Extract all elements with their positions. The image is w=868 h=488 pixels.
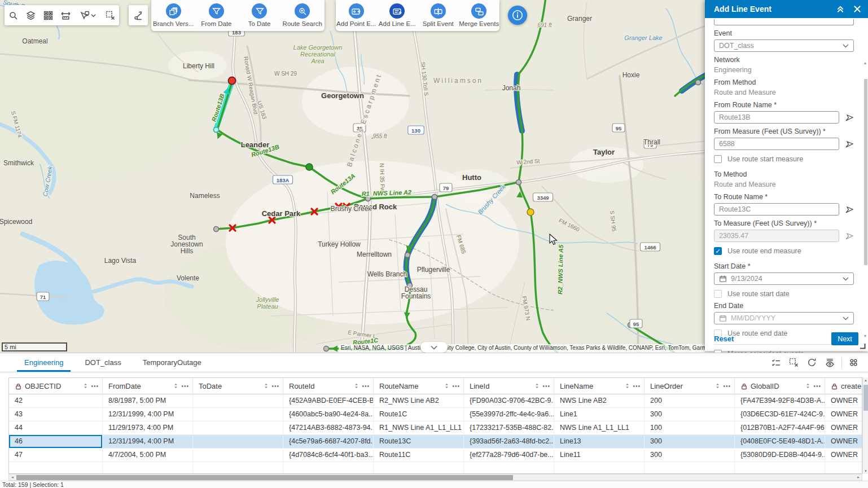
column-header-linename[interactable]: LineName••• [554,378,645,394]
column-menu-icon[interactable]: ••• [633,383,641,389]
table-cell[interactable]: Line11 [554,449,645,462]
collapse-panel-icon[interactable] [836,5,844,13]
measure-button[interactable] [57,5,74,25]
table-cell[interactable]: OWNER [825,421,862,435]
basemap-button[interactable] [40,5,57,25]
column-header-routename[interactable]: RouteName••• [374,378,464,394]
collapse-attribution-button[interactable] [420,342,448,353]
tab-engineering[interactable]: Engineering [17,353,71,372]
tab-temporaryoutage[interactable]: TemporaryOutage [135,353,209,372]
table-cell[interactable]: {452A9ABD-E0EF-4CEB-B... [283,394,374,408]
table-cell[interactable]: R1_NWS Line A1_L1_LL1 [374,421,464,435]
to-route-name-input[interactable] [714,203,839,216]
table-cell[interactable] [825,462,862,474]
column-menu-icon[interactable]: ••• [723,383,731,389]
table-cell[interactable]: Line13 [554,435,645,449]
pick-on-map-icon[interactable] [845,113,854,122]
table-cell[interactable] [283,462,374,474]
table-cell[interactable]: R2_NWS Line AB2 [374,394,464,408]
table-cell[interactable]: {4600abc5-ba90-4e24-8a... [283,408,374,421]
scrollbar-thumb[interactable] [863,385,868,411]
clear-selection-button[interactable] [102,5,119,25]
pick-on-map-icon[interactable] [845,205,854,214]
table-cell[interactable]: {ef277a28-79d6-40d7-be... [464,449,554,462]
scroll-up-arrow[interactable]: ▲ [863,61,867,65]
column-menu-icon[interactable]: ••• [542,383,550,389]
table-cell[interactable]: 11/29/1973, 4:00 PM [103,421,193,435]
end-date-picker[interactable]: MM/DD/YYYY [714,312,854,324]
search-button[interactable] [5,5,22,25]
add-line-event-button[interactable]: Add Line E... [377,3,418,27]
sort-icon[interactable] [82,383,89,389]
trace-tool-button[interactable] [129,5,148,25]
use-route-start-measure-checkbox[interactable]: Use route start measure [714,155,853,163]
table-cell[interactable]: {FD90A03C-9706-42BC-9... [464,394,554,408]
sort-icon[interactable] [714,383,721,389]
table-cell[interactable]: 46 [9,435,103,449]
reset-link[interactable]: Reset [714,335,734,343]
use-route-start-date-checkbox[interactable]: Use route start date [714,290,853,298]
table-cell[interactable]: OWNER [825,435,862,449]
use-route-end-measure-checkbox[interactable]: ✓ Use route end measure [714,247,853,255]
event-select[interactable]: DOT_class [714,39,854,52]
to-measure-input[interactable] [714,230,839,242]
table-cell[interactable]: NWS Line A1_L1_LL1 [554,421,645,435]
clear-selection-button[interactable] [786,355,801,370]
table-cell[interactable]: {012B70B1-A2F7-4A4F-96... [735,421,825,435]
start-date-picker[interactable]: 9/13/2024 [714,272,854,285]
column-header-create[interactable]: create••• [825,378,862,394]
branch-version-button[interactable]: Branch Vers... [152,3,194,27]
table-cell[interactable]: NWS Line AB2 [554,394,645,408]
column-menu-icon[interactable]: ••• [181,383,189,389]
column-header-fromdate[interactable]: FromDate••• [103,378,193,394]
table-cell[interactable]: 47 [9,449,103,462]
table-cell[interactable]: {393ad56f-2a63-48fd-bc2... [464,435,554,449]
sort-icon[interactable] [173,383,179,389]
table-cell[interactable]: OWNER [825,449,862,462]
column-menu-icon[interactable]: ••• [452,383,460,389]
table-cell[interactable]: {03D6EC3D-61E7-424C-9... [735,408,825,421]
scroll-down-arrow[interactable]: ▼ [863,469,868,473]
table-cell[interactable] [193,408,283,421]
column-menu-icon[interactable]: ••• [271,383,279,389]
table-cell[interactable]: OWNER [825,408,862,421]
table-cell[interactable] [645,462,735,474]
sort-icon[interactable] [624,383,630,389]
table-cell[interactable] [193,462,283,474]
close-panel-icon[interactable] [853,5,861,13]
filter-funnel-button[interactable]: To Date [239,3,280,27]
table-cell[interactable]: 300 [645,449,735,462]
sort-icon[interactable] [805,383,811,389]
table-cell[interactable]: Route13C [374,435,464,449]
column-header-routeid[interactable]: RouteId••• [283,378,374,394]
select-button[interactable] [74,5,102,25]
scroll-down-arrow[interactable]: ▼ [863,334,867,338]
table-cell[interactable]: 43 [9,408,103,421]
scroll-right-arrow[interactable]: ► [855,474,862,480]
panel-scrollbar-thumb[interactable] [864,79,867,265]
table-cell[interactable] [464,462,554,474]
table-cell[interactable]: {4c5e79a6-6687-4207-8fd... [283,435,374,449]
table-cell[interactable]: Route1C [374,408,464,421]
table-cell[interactable]: 12/31/1994, 4:00 PM [103,435,193,449]
table-cell[interactable]: 300 [645,435,735,449]
panel-resize-handle[interactable] [860,343,866,349]
table-vertical-scrollbar[interactable]: ▲ ▼ [862,377,868,474]
table-cell[interactable] [193,394,283,408]
table-cell[interactable]: {55e3997d-2ffc-4e4c-9a6... [464,408,554,421]
table-cell[interactable] [9,462,103,474]
sort-icon[interactable] [353,383,360,389]
table-cell[interactable]: 42 [9,394,103,408]
table-cell[interactable]: {53080D9D-ED8B-4044-9... [735,449,825,462]
table-horizontal-scrollbar[interactable]: ◄ ► [8,474,862,481]
column-menu-icon[interactable]: ••• [91,383,99,389]
table-cell[interactable]: OWNER [825,394,862,408]
filter-funnel-button[interactable]: From Date [195,3,237,27]
toggle-fields-button[interactable] [822,355,838,370]
column-menu-icon[interactable]: ••• [362,383,370,389]
split-event-button[interactable]: Split Event [418,3,459,27]
pick-on-map-icon[interactable] [845,231,854,240]
next-button[interactable]: Next [831,332,858,345]
table-cell[interactable]: 200 [645,394,735,408]
column-header-lineid[interactable]: LineId••• [464,378,554,394]
